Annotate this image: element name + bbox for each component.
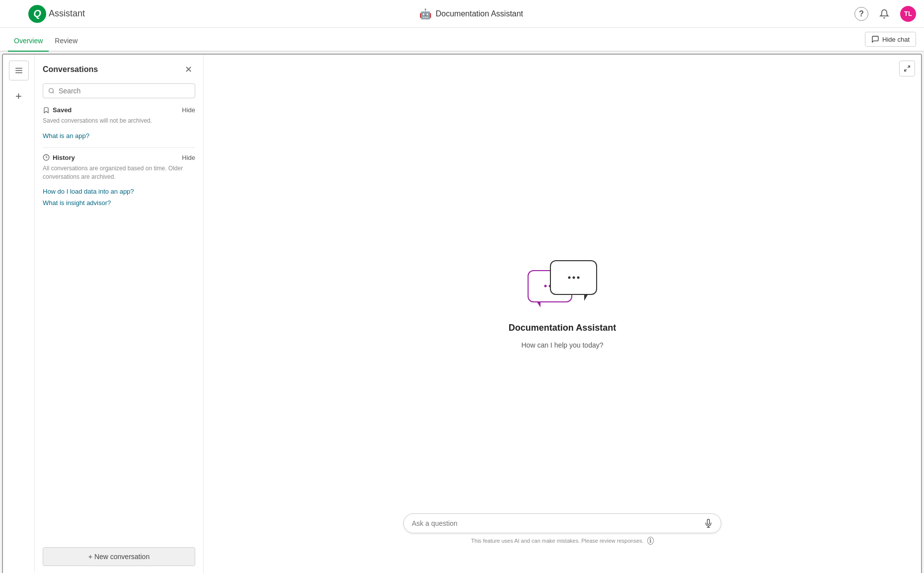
chat-icon (871, 35, 879, 43)
bell-icon (879, 9, 889, 19)
history-hide-button[interactable]: Hide (182, 154, 195, 161)
conversations-title: Conversations (43, 65, 98, 74)
bubble-front-dots (568, 276, 579, 279)
conversations-panel: Conversations ✕ Saved Hide Saved convers… (35, 55, 204, 573)
expand-button[interactable] (899, 61, 915, 76)
history-label: History (53, 154, 75, 161)
history-description: All conversations are organized based on… (43, 164, 195, 181)
history-section-title: History (43, 154, 75, 161)
search-input[interactable] (59, 87, 190, 95)
mic-button[interactable] (704, 519, 713, 528)
conversations-list-button[interactable] (9, 61, 29, 80)
conv-header: Conversations ✕ (43, 63, 195, 76)
hide-chat-button[interactable]: Hide chat (865, 32, 916, 47)
history-item-1[interactable]: What is insight advisor? (43, 197, 195, 209)
hide-chat-label: Hide chat (882, 36, 910, 43)
list-icon (14, 66, 23, 75)
tab-review[interactable]: Review (49, 37, 83, 52)
saved-item-0[interactable]: What is an app? (43, 130, 195, 142)
chat-input[interactable] (412, 519, 704, 527)
saved-section-header: Saved Hide (43, 106, 195, 114)
nav-right: ? TL (854, 6, 916, 22)
clock-icon (43, 154, 50, 161)
expand-icon (904, 65, 911, 72)
history-item-0[interactable]: How do I load data into an app? (43, 186, 195, 197)
chat-input-area: This feature uses AI and can make mistak… (403, 513, 721, 544)
add-button[interactable]: + (11, 88, 27, 104)
nav-center: 🤖 Documentation Assistant (88, 8, 854, 20)
bookmark-icon (43, 107, 50, 114)
close-conversations-button[interactable]: ✕ (181, 63, 195, 76)
help-button[interactable]: ? (854, 7, 868, 21)
saved-hide-button[interactable]: Hide (182, 106, 195, 114)
saved-description: Saved conversations will not be archived… (43, 117, 195, 125)
top-nav: Q Assistant 🤖 Documentation Assistant ? … (0, 0, 924, 28)
tab-overview[interactable]: Overview (8, 37, 49, 52)
svg-line-6 (53, 92, 54, 93)
qlik-logo[interactable]: Q Assistant (28, 4, 85, 23)
notifications-button[interactable] (876, 6, 892, 22)
new-conversation-button[interactable]: + New conversation (43, 547, 195, 566)
bubble-front (550, 260, 597, 295)
info-icon: ℹ (647, 537, 654, 545)
chat-area: Documentation Assistant How can I help y… (204, 55, 921, 573)
conv-footer: + New conversation (43, 547, 195, 566)
chat-welcome-title: Documentation Assistant (509, 323, 616, 333)
tab-bar-right: Hide chat (865, 32, 916, 47)
sidebar-strip: + (3, 55, 35, 573)
tab-bar: Overview Review Hide chat (0, 28, 924, 52)
chat-disclaimer: This feature uses AI and can make mistak… (403, 537, 721, 544)
chat-input-box (403, 513, 721, 533)
section-divider (43, 147, 195, 148)
history-section-header: History Hide (43, 154, 195, 161)
mic-icon (704, 519, 713, 528)
svg-point-5 (49, 88, 54, 93)
main-content: + Conversations ✕ Saved Hide Saved conve… (2, 54, 922, 573)
svg-text:Q: Q (33, 8, 41, 19)
app-wordmark: Assistant (49, 8, 85, 19)
saved-label: Saved (53, 106, 72, 114)
assistant-icon: 🤖 (419, 8, 432, 20)
chat-welcome-subtitle: How can I help you today? (522, 341, 604, 349)
qlik-logo-svg: Q (28, 4, 47, 23)
search-icon (48, 87, 55, 94)
nav-center-title: Documentation Assistant (436, 9, 523, 18)
saved-section-title: Saved (43, 106, 72, 114)
user-avatar[interactable]: TL (900, 6, 916, 22)
search-box (43, 83, 195, 98)
chat-icon-illustration (528, 260, 597, 315)
chat-welcome: Documentation Assistant How can I help y… (509, 260, 616, 349)
plus-icon: + (15, 90, 22, 103)
grid-menu-button[interactable] (8, 7, 22, 21)
